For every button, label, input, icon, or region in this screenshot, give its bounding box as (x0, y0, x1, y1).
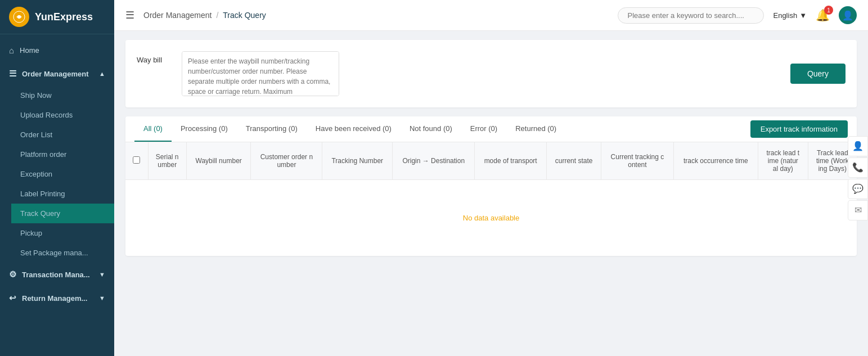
select-all-checkbox[interactable] (133, 156, 140, 164)
sidebar-item-return[interactable]: ↩ Return Managem... ▼ (0, 286, 114, 310)
header: ☰ Order Management / Track Query English… (114, 0, 868, 31)
table-container: Serial number Waybill number Customer or… (125, 142, 857, 256)
lang-chevron-icon: ▼ (799, 11, 807, 20)
col-tracking-content: Current tracking content (601, 142, 673, 180)
col-natural-day: track lead time (natural day) (758, 142, 808, 180)
col-current-state: current state (546, 142, 601, 180)
col-occurrence-time: track occurrence time (673, 142, 758, 180)
logo-text: YunExpress (35, 11, 93, 23)
waybill-label: Way bill (137, 56, 170, 64)
breadcrumb: Order Management / Track Query (143, 11, 266, 20)
logo-area: YunExpress (0, 0, 114, 34)
language-label: English (773, 11, 797, 20)
float-phone-button[interactable]: 📞 (848, 157, 868, 178)
chat-icon: 💬 (852, 183, 863, 194)
no-data-message: No data available (125, 180, 857, 256)
table-header: Serial number Waybill number Customer or… (125, 142, 857, 180)
menu-icon[interactable]: ☰ (125, 9, 134, 21)
col-transport-mode: mode of transport (475, 142, 547, 180)
support-icon: 👤 (852, 141, 863, 151)
language-selector[interactable]: English ▼ (773, 11, 807, 20)
upload-records-label: Upload Records (20, 111, 73, 119)
col-customer-order: Customer order number (251, 142, 322, 180)
sidebar-item-transaction[interactable]: ⚙ Transaction Mana... ▼ (0, 263, 114, 286)
table-body: No data available (125, 180, 857, 256)
tab-not-found[interactable]: Not found (0) (401, 116, 461, 142)
set-package-label: Set Package mana... (20, 249, 88, 257)
home-icon: ⌂ (9, 46, 14, 55)
sidebar-item-platform-order[interactable]: Platform order (11, 145, 114, 164)
chevron-down-icon: ▼ (99, 271, 105, 278)
tab-processing[interactable]: Processing (0) (172, 116, 237, 142)
notification-button[interactable]: 🔔 1 (816, 8, 830, 22)
chevron-down-icon2: ▼ (99, 295, 105, 301)
sidebar-item-label-printing[interactable]: Label Printing (11, 184, 114, 204)
phone-icon: 📞 (852, 162, 863, 173)
tab-all[interactable]: All (0) (134, 116, 172, 142)
sidebar-item-order-list[interactable]: Order List (11, 125, 114, 145)
header-right: English ▼ 🔔 1 👤 (618, 6, 857, 24)
sidebar-order-label: Order Management (22, 70, 88, 78)
sidebar-item-pickup[interactable]: Pickup (11, 223, 114, 243)
order-icon: ☰ (9, 69, 16, 79)
tab-transporting[interactable]: Transporting (0) (237, 116, 307, 142)
track-table: Serial number Waybill number Customer or… (125, 142, 857, 256)
col-origin-dest: Origin → Destination (393, 142, 475, 180)
sidebar-item-ship-now[interactable]: Ship Now (11, 85, 114, 105)
user-avatar[interactable]: 👤 (839, 6, 857, 24)
tab-error[interactable]: Error (0) (461, 116, 506, 142)
sidebar-item-home-label: Home (20, 46, 39, 55)
tab-returned[interactable]: Returned (0) (506, 116, 565, 142)
svg-point-1 (17, 15, 21, 19)
sidebar-item-home[interactable]: ⌂ Home (0, 39, 114, 62)
tabs-header: All (0) Processing (0) Transporting (0) … (125, 116, 857, 142)
order-list-label: Order List (20, 130, 52, 139)
return-icon: ↩ (9, 293, 16, 303)
waybill-textarea[interactable] (182, 51, 339, 96)
sidebar-item-track-query[interactable]: Track Query (11, 204, 114, 223)
col-serial: Serial number (148, 142, 186, 180)
exception-label: Exception (20, 170, 52, 178)
sidebar-item-upload-records[interactable]: Upload Records (11, 105, 114, 125)
tabs-card: All (0) Processing (0) Transporting (0) … (125, 116, 857, 256)
breadcrumb-separator: / (216, 11, 218, 20)
right-float-panel: 👤 📞 💬 ✉ (848, 136, 868, 220)
transaction-icon: ⚙ (9, 269, 16, 280)
checkbox-col (125, 142, 148, 180)
sidebar-item-exception[interactable]: Exception (11, 164, 114, 184)
label-printing-label: Label Printing (20, 190, 65, 198)
message-icon: ✉ (854, 205, 862, 215)
notification-badge: 1 (824, 6, 833, 15)
search-input[interactable] (618, 7, 764, 24)
query-button[interactable]: Query (790, 64, 845, 84)
pickup-label: Pickup (20, 229, 42, 237)
float-message-button[interactable]: ✉ (848, 200, 868, 220)
waybill-card: Way bill Query (125, 40, 857, 107)
sidebar-item-set-package[interactable]: Set Package mana... (11, 243, 114, 263)
sidebar-navigation: ⌂ Home ☰ Order Management ▲ Ship Now Upl… (0, 34, 114, 356)
return-label: Return Managem... (22, 294, 87, 303)
order-management-submenu: Ship Now Upload Records Order List Platf… (0, 85, 114, 263)
page-content: Way bill Query All (0) Processing (0) Tr… (114, 31, 868, 356)
ship-now-label: Ship Now (20, 91, 52, 100)
logo-icon (9, 7, 29, 27)
breadcrumb-current: Track Query (223, 11, 266, 20)
main-content: ☰ Order Management / Track Query English… (114, 0, 868, 356)
export-button[interactable]: Export track information (750, 120, 848, 138)
sidebar-item-order-management[interactable]: ☰ Order Management ▲ (0, 62, 114, 85)
transaction-label: Transaction Mana... (22, 271, 90, 279)
float-chat-button[interactable]: 💬 (848, 179, 868, 199)
track-query-label: Track Query (20, 209, 60, 218)
breadcrumb-parent[interactable]: Order Management (143, 11, 212, 20)
col-waybill: Waybill number (186, 142, 251, 180)
tab-received[interactable]: Have been received (0) (307, 116, 401, 142)
float-support-button[interactable]: 👤 (848, 136, 868, 156)
col-tracking-number: Tracking Number (322, 142, 393, 180)
platform-order-label: Platform order (20, 150, 66, 159)
sidebar: YunExpress ⌂ Home ☰ Order Management ▲ S… (0, 0, 114, 356)
chevron-up-icon: ▲ (99, 70, 105, 77)
